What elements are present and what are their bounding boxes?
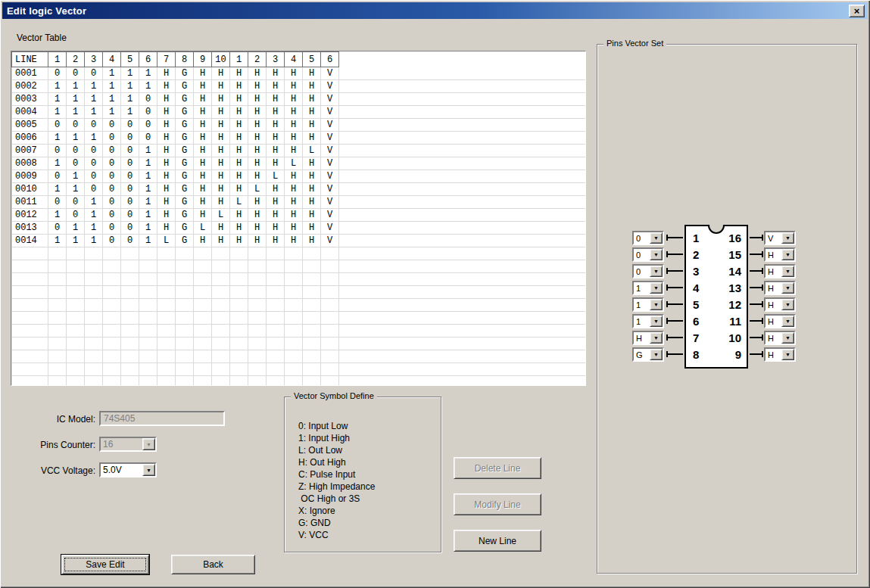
vector-cell	[267, 338, 285, 350]
symbol-define-label: Vector Symbol Define	[291, 391, 377, 400]
chevron-down-icon[interactable]: ▼	[650, 332, 663, 344]
pin-10-select[interactable]: H▼	[764, 331, 796, 345]
line-cell: 0005	[12, 119, 48, 132]
modify-line-button[interactable]: Modify Line	[454, 493, 541, 515]
ic-model-input[interactable]: 74S405	[99, 411, 225, 426]
chevron-down-icon[interactable]: ▼	[781, 282, 794, 294]
close-icon: ×	[854, 6, 860, 16]
new-line-button[interactable]: New Line	[454, 530, 541, 552]
table-row[interactable]: 0012101001HGHLHHHHHV	[12, 209, 586, 222]
pin-8-lead	[667, 353, 683, 355]
vector-cell: H	[285, 80, 303, 93]
pin-4-select[interactable]: 1▼	[632, 281, 664, 295]
pin-16-select[interactable]: V▼	[764, 231, 796, 245]
vector-cell: 1	[85, 93, 103, 106]
vector-cell	[48, 247, 67, 260]
vector-cell	[194, 376, 212, 387]
chevron-down-icon[interactable]: ▼	[781, 332, 794, 344]
chevron-down-icon[interactable]: ▼	[650, 266, 663, 277]
chevron-down-icon[interactable]: ▼	[781, 266, 794, 277]
vector-cell	[157, 325, 176, 338]
save-edit-button[interactable]: Save Edit	[61, 555, 149, 574]
line-cell: 0007	[12, 145, 48, 157]
chevron-down-icon[interactable]: ▼	[781, 299, 794, 310]
pin-12-select[interactable]: H▼	[764, 297, 796, 312]
vector-table-label: Vector Table	[17, 33, 67, 43]
table-row[interactable]: 0011001001HGHHLHHHHV	[12, 196, 586, 209]
chevron-down-icon[interactable]: ▼	[650, 232, 663, 244]
table-row[interactable]: 0002111111HGHHHHHHHV	[12, 80, 586, 93]
vector-cell: H	[230, 93, 248, 106]
pin-6-select[interactable]: 1▼	[632, 314, 664, 328]
pin-5-select[interactable]: 1▼	[632, 297, 664, 312]
table-row[interactable]: 0010110001HGHHHLHHHV	[12, 183, 586, 196]
pin-14-select[interactable]: H▼	[764, 264, 796, 278]
chevron-down-icon[interactable]: ▼	[142, 464, 155, 476]
pin-3-select[interactable]: 0▼	[632, 264, 664, 278]
column-header-line: LINE	[12, 52, 48, 67]
vector-cell	[103, 338, 121, 350]
vector-cell	[230, 338, 248, 350]
table-row[interactable]: 0009010001HGHHHHLHHV	[12, 170, 586, 183]
vector-cell: 0	[121, 170, 139, 183]
vector-cell	[267, 286, 285, 299]
pin-13-select[interactable]: H▼	[764, 281, 796, 295]
row-filler	[339, 299, 586, 312]
pin-7-select[interactable]: H▼	[632, 331, 664, 345]
chevron-down-icon[interactable]: ▼	[650, 349, 663, 360]
vector-cell	[285, 312, 303, 325]
table-row[interactable]: 0006111000HGHHHHHHHV	[12, 132, 586, 145]
line-cell	[12, 338, 48, 350]
pins-counter-select[interactable]: 16 ▼	[99, 437, 157, 452]
chevron-down-icon[interactable]: ▼	[781, 316, 794, 327]
vector-cell: H	[194, 235, 212, 247]
pin-15-select[interactable]: H▼	[764, 247, 796, 262]
chevron-down-icon[interactable]: ▼	[650, 299, 663, 310]
vector-cell: H	[230, 235, 248, 247]
chevron-down-icon[interactable]: ▼	[650, 282, 663, 294]
pin-1-select[interactable]: 0▼	[632, 231, 664, 245]
chevron-down-icon[interactable]: ▼	[781, 232, 794, 244]
vector-cell: G	[176, 209, 194, 222]
vcc-voltage-select[interactable]: 5.0V ▼	[99, 462, 157, 478]
vector-table-grid[interactable]: LINE12345678910123456 0001000111HGHHHHHH…	[11, 51, 586, 386]
table-row[interactable]: 0001000111HGHHHHHHHV	[12, 67, 586, 80]
vector-cell: 1	[139, 80, 157, 93]
chevron-down-icon[interactable]: ▼	[650, 316, 663, 327]
table-row[interactable]: 0013011001HGLHHHHHHV	[12, 222, 586, 235]
table-row[interactable]: 0008100001HGHHHHHLHV	[12, 157, 586, 170]
delete-line-button[interactable]: Delete Line	[454, 457, 541, 479]
vector-cell: H	[212, 132, 230, 145]
pin-9-select[interactable]: H▼	[764, 347, 796, 362]
chevron-down-icon[interactable]: ▼	[781, 349, 794, 360]
table-row[interactable]: 0007000001HGHHHHHHLV	[12, 145, 586, 157]
vector-cell	[194, 273, 212, 286]
vector-cell	[139, 299, 157, 312]
vector-cell: 0	[103, 132, 121, 145]
row-filler	[339, 132, 586, 145]
pin-2-select[interactable]: 0▼	[632, 247, 664, 262]
vector-cell	[121, 325, 139, 338]
table-row[interactable]: 0005000000HGHHHHHHHV	[12, 119, 586, 132]
vector-cell: 0	[103, 222, 121, 235]
chevron-down-icon[interactable]: ▼	[781, 249, 794, 260]
titlebar[interactable]: Edit logic Vector	[2, 2, 868, 19]
back-button[interactable]: Back	[171, 555, 255, 574]
line-cell	[12, 312, 48, 325]
pin-11-select[interactable]: H▼	[764, 314, 796, 328]
symbol-define-line: C: Pulse Input	[298, 468, 375, 481]
line-cell: 0008	[12, 157, 48, 170]
pin-8-select[interactable]: G▼	[632, 347, 664, 362]
table-row[interactable]: 0014111001LGHHHHHHHV	[12, 235, 586, 247]
close-button[interactable]: ×	[849, 5, 865, 17]
line-cell: 0012	[12, 209, 48, 222]
vector-cell	[176, 376, 194, 387]
table-row[interactable]: 0004111110HGHHHHHHHV	[12, 106, 586, 119]
vector-cell: 1	[67, 80, 85, 93]
vector-cell: 0	[121, 145, 139, 157]
vector-cell: H	[285, 106, 303, 119]
vector-cell	[303, 376, 321, 387]
chevron-down-icon[interactable]: ▼	[650, 249, 663, 260]
table-row[interactable]: 0003111110HGHHHHHHHV	[12, 93, 586, 106]
row-filler	[339, 145, 586, 157]
